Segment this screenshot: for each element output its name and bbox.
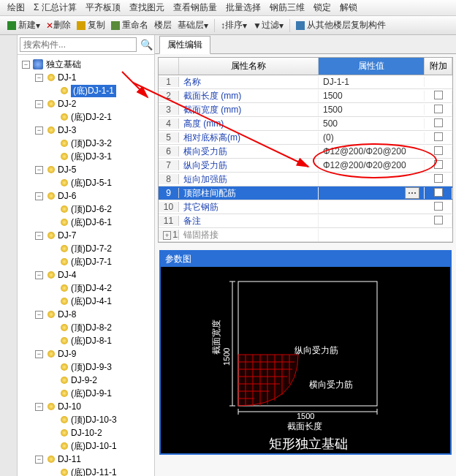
tree-item[interactable]: (顶)DJ-10-3 xyxy=(18,413,154,426)
tree-group[interactable]: −DJ-11 xyxy=(18,453,154,466)
tool-rebar-qty[interactable]: 查看钢筋量 xyxy=(173,1,217,14)
tree-item[interactable]: (顶)DJ-8-2 xyxy=(18,321,154,334)
extra-checkbox[interactable] xyxy=(434,160,443,169)
menu-sum[interactable]: Σ 汇总计算 xyxy=(34,1,77,14)
tree-group[interactable]: −DJ-8 xyxy=(18,308,154,321)
property-row[interactable]: 11备注 xyxy=(159,214,452,228)
tool-find[interactable]: 查找图元 xyxy=(129,1,164,14)
y-axis-label: 截面宽度 xyxy=(211,320,221,355)
property-value-cell[interactable]: Φ12@200/Φ20@200 xyxy=(319,160,425,170)
tree-group[interactable]: −DJ-4 xyxy=(18,268,154,282)
x-axis-label: 截面长度 xyxy=(287,421,322,431)
diagram-caption: 矩形独立基础 xyxy=(269,437,348,451)
tree-item[interactable]: (底)DJ-6-1 xyxy=(18,216,154,229)
ellipsis-button[interactable]: ⋯ xyxy=(405,187,419,199)
extra-checkbox[interactable] xyxy=(434,105,443,113)
tool-align[interactable]: 平齐板顶 xyxy=(86,1,121,14)
property-value-cell[interactable]: 1500 xyxy=(319,91,425,101)
tree-item[interactable]: (顶)DJ-4-2 xyxy=(18,282,154,295)
tree-item[interactable]: (底)DJ-3-1 xyxy=(18,150,154,163)
tree-group[interactable]: −DJ-3 xyxy=(18,124,154,137)
property-row[interactable]: 2截面长度 (mm)1500 xyxy=(159,89,452,103)
tree-item[interactable]: (底)DJ-4-1 xyxy=(18,295,154,308)
tree-group[interactable]: −DJ-2 xyxy=(18,97,154,110)
property-row[interactable]: +12锚固搭接 xyxy=(159,228,452,242)
property-row[interactable]: 3截面宽度 (mm)1500 xyxy=(159,103,452,117)
y-axis-value: 1500 xyxy=(222,348,231,366)
property-row[interactable]: 7纵向受力筋Φ12@200/Φ20@200 xyxy=(159,159,452,173)
property-value-cell[interactable]: DJ-1-1 xyxy=(319,77,425,87)
tab-row: 属性编辑 xyxy=(155,35,456,54)
tab-properties[interactable]: 属性编辑 xyxy=(159,36,210,54)
copy-from-floor-button[interactable]: 从其他楼层复制构件 xyxy=(296,19,386,31)
copy-button[interactable]: 复制 xyxy=(77,19,105,31)
tree-item[interactable]: (顶)DJ-7-2 xyxy=(18,242,154,255)
property-value-cell[interactable]: ⋯ xyxy=(319,187,425,199)
tree-group[interactable]: −DJ-6 xyxy=(18,189,154,203)
property-value-cell[interactable]: 1500 xyxy=(319,105,425,115)
property-row[interactable]: 10其它钢筋 xyxy=(159,200,452,214)
toolbar: 新建 ▾ ✕ 删除 复制 重命名 楼层 基础层 ▾ ↕ 排序 ▾ ▼ 过滤 ▾ … xyxy=(0,16,456,35)
property-row[interactable]: 4高度 (mm)500 xyxy=(159,117,452,131)
tree-item[interactable]: (底)DJ-2-1 xyxy=(18,110,154,124)
tree-group[interactable]: −DJ-9 xyxy=(18,347,154,360)
tree-item[interactable]: (底)DJ-11-1 xyxy=(18,466,154,476)
property-row[interactable]: 5相对底标高(m)(0) xyxy=(159,131,452,145)
tree-item[interactable]: DJ-9-2 xyxy=(18,374,154,387)
extra-checkbox[interactable] xyxy=(434,216,443,224)
extra-checkbox[interactable] xyxy=(434,91,443,99)
filter-button[interactable]: ▼ 过滤 ▾ xyxy=(253,19,284,31)
param-title: 参数图 xyxy=(161,252,450,267)
tree-item[interactable]: (底)DJ-10-1 xyxy=(18,439,154,453)
property-row[interactable]: 8短向加强筋 xyxy=(159,173,452,186)
extra-checkbox[interactable] xyxy=(434,118,443,127)
property-row[interactable]: 1名称DJ-1-1 xyxy=(159,75,452,89)
extra-checkbox[interactable] xyxy=(434,146,443,155)
tree-group[interactable]: −DJ-10 xyxy=(18,400,154,413)
tool-unlock[interactable]: 解锁 xyxy=(340,1,357,14)
floor-label: 楼层 xyxy=(154,19,172,31)
search-input[interactable] xyxy=(20,37,137,52)
left-gutter xyxy=(0,35,18,476)
tree-group[interactable]: −DJ-5 xyxy=(18,163,154,176)
col-num xyxy=(159,58,179,75)
tree-item[interactable]: DJ-10-2 xyxy=(18,426,154,439)
property-row[interactable]: 9顶部柱间配筋⋯ xyxy=(159,186,452,200)
tree-group[interactable]: −DJ-1 xyxy=(18,71,154,84)
new-button[interactable]: 新建 ▾ xyxy=(7,19,40,31)
tool-batch-select[interactable]: 批量选择 xyxy=(226,1,261,14)
col-value[interactable]: 属性值 xyxy=(319,58,425,75)
floor-select[interactable]: 基础层 ▾ xyxy=(178,19,208,31)
tree-item[interactable]: (顶)DJ-6-2 xyxy=(18,203,154,216)
menu-bar: 绘图 Σ 汇总计算 平齐板顶 查找图元 查看钢筋量 批量选择 钢筋三维 锁定 解… xyxy=(0,0,456,16)
param-diagram: 参数图 截面宽度 1500 截面长 xyxy=(159,250,452,455)
col-extra: 附加 xyxy=(425,58,452,75)
property-value-cell[interactable]: Φ12@200/Φ20@200 xyxy=(319,146,425,156)
tree-item[interactable]: (底)DJ-1-1 xyxy=(18,84,154,97)
property-row[interactable]: 6横向受力筋Φ12@200/Φ20@200 xyxy=(159,145,452,159)
tool-rebar-3d[interactable]: 钢筋三维 xyxy=(270,1,305,14)
sort-button[interactable]: ↕ 排序 ▾ xyxy=(221,19,247,31)
extra-checkbox[interactable] xyxy=(434,188,443,197)
property-value-cell[interactable]: (0) xyxy=(319,132,425,143)
tree-item[interactable]: (顶)DJ-9-3 xyxy=(18,360,154,374)
component-tree[interactable]: −独立基础−DJ-1(底)DJ-1-1−DJ-2(底)DJ-2-1−DJ-3(顶… xyxy=(18,55,154,476)
tree-item[interactable]: (顶)DJ-3-2 xyxy=(18,137,154,150)
extra-checkbox[interactable] xyxy=(434,174,443,183)
property-value-cell[interactable]: 500 xyxy=(319,118,425,129)
extra-checkbox[interactable] xyxy=(434,202,443,211)
tree-item[interactable]: (底)DJ-8-1 xyxy=(18,334,154,347)
tree-item[interactable]: (底)DJ-9-1 xyxy=(18,387,154,400)
rename-button[interactable]: 重命名 xyxy=(111,19,148,31)
extra-checkbox[interactable] xyxy=(434,132,443,141)
label-vertical-rebar: 纵向受力筋 xyxy=(294,345,338,355)
tool-lock[interactable]: 锁定 xyxy=(314,1,331,14)
tree-item[interactable]: (底)DJ-5-1 xyxy=(18,176,154,189)
tree-root[interactable]: −独立基础 xyxy=(18,58,154,71)
tree-group[interactable]: −DJ-7 xyxy=(18,229,154,242)
search-icon[interactable]: 🔍 xyxy=(139,35,154,54)
tree-item[interactable]: (底)DJ-7-1 xyxy=(18,255,154,268)
label-horizontal-rebar: 横向受力筋 xyxy=(309,379,353,390)
menu-draw[interactable]: 绘图 xyxy=(7,1,25,14)
delete-button[interactable]: ✕ 删除 xyxy=(46,19,71,31)
